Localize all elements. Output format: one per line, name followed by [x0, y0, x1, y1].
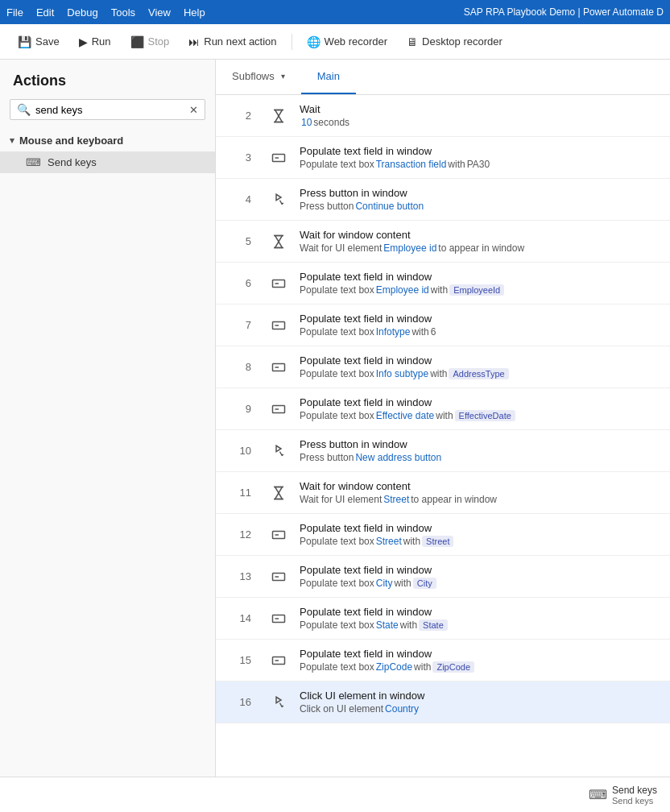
table-row[interactable]: 9 Populate text field in windowPopulate … [216, 388, 670, 430]
step-text: with [436, 410, 453, 421]
table-row[interactable]: 15 Populate text field in windowPopulate… [216, 640, 670, 682]
step-link: New address button [355, 452, 441, 463]
step-title: Populate text field in window [300, 354, 664, 367]
search-box[interactable]: 🔍 ✕ [10, 99, 205, 120]
step-desc: Wait for UI element Employee id to appea… [300, 242, 664, 254]
step-title: Populate text field in window [300, 313, 664, 325]
stop-label: Stop [148, 35, 170, 48]
step-desc: Wait for UI element Street to appear in … [300, 494, 664, 505]
menu-view[interactable]: View [148, 6, 171, 19]
send-keys-status-sub: Send keys [612, 796, 657, 806]
textbox-icon [271, 359, 287, 375]
step-desc: Populate text box Effective date with Ef… [300, 410, 664, 421]
save-label: Save [35, 35, 60, 48]
step-text: Click on UI element [300, 703, 383, 715]
clear-icon[interactable]: ✕ [189, 104, 198, 116]
sidebar-category-label: Mouse and keyboard [19, 135, 123, 147]
run-next-button[interactable]: ⏭ Run next action [180, 31, 284, 52]
step-text: Press button [300, 201, 354, 212]
step-title: Wait [300, 103, 664, 115]
table-row[interactable]: 11 Wait for window contentWait for UI el… [216, 472, 670, 514]
table-row[interactable]: 4 Press button in windowPress button Con… [216, 179, 670, 221]
step-text: Press button [300, 452, 354, 463]
step-number: 14 [216, 612, 264, 624]
table-row[interactable]: 6 Populate text field in windowPopulate … [216, 263, 670, 304]
step-text: Populate text box [300, 284, 374, 296]
step-text: with [403, 536, 420, 547]
step-content: Press button in windowPress button New a… [293, 437, 670, 465]
step-text: Populate text box [300, 326, 374, 338]
step-content: Press button in windowPress button Conti… [293, 185, 670, 213]
run-next-icon: ⏭ [188, 35, 200, 48]
step-link: 10 [301, 117, 312, 128]
step-number: 10 [216, 445, 264, 457]
sidebar-item-send-keys[interactable]: ⌨ Send keys [0, 151, 215, 173]
sidebar-title: Actions [0, 60, 215, 99]
search-input[interactable] [35, 104, 189, 116]
step-icon-col [264, 108, 293, 124]
step-content: Populate text field in windowPopulate te… [293, 520, 670, 549]
step-desc: Populate text box Employee id with Emplo… [300, 284, 664, 296]
step-icon-col [264, 359, 293, 375]
keyboard-icon: ⌨ [26, 156, 41, 168]
table-row[interactable]: 12 Populate text field in windowPopulate… [216, 514, 670, 556]
save-icon: 💾 [18, 35, 31, 48]
step-title: Click UI element in window [300, 690, 664, 702]
textbox-icon [271, 317, 287, 334]
step-variable: EffectiveDate [455, 410, 515, 421]
step-link: State [376, 619, 399, 631]
menu-edit[interactable]: Edit [36, 6, 54, 19]
tab-main[interactable]: Main [301, 60, 356, 94]
table-row[interactable]: 5 Wait for window contentWait for UI ele… [216, 221, 670, 263]
table-row[interactable]: 8 Populate text field in windowPopulate … [216, 346, 670, 388]
collapse-icon: ▾ [10, 135, 14, 146]
app-title: SAP RPA Playbook Demo | Power Automate D [464, 6, 664, 18]
table-row[interactable]: 16 Click UI element in windowClick on UI… [216, 682, 670, 723]
hourglass-icon [271, 108, 287, 124]
menu-tools[interactable]: Tools [111, 6, 135, 19]
stop-icon: ⬛ [130, 35, 144, 48]
step-desc: Click on UI element Country [300, 703, 664, 715]
click-button-icon [271, 694, 287, 710]
tab-subflows[interactable]: Subflows ▾ [216, 60, 301, 94]
step-desc: Populate text box Infotype with 6 [300, 326, 664, 338]
step-text: Populate text box [300, 619, 374, 631]
main-layout: Actions 🔍 ✕ ▾ Mouse and keyboard ⌨ Send … [0, 60, 670, 777]
step-title: Press button in window [300, 187, 664, 199]
table-row[interactable]: 10 Press button in windowPress button Ne… [216, 430, 670, 472]
step-title: Populate text field in window [300, 648, 664, 660]
table-row[interactable]: 3 Populate text field in windowPopulate … [216, 137, 670, 179]
run-button[interactable]: ▶ Run [71, 31, 119, 52]
step-number: 16 [216, 696, 264, 708]
table-row[interactable]: 14 Populate text field in windowPopulate… [216, 598, 670, 640]
menu-debug[interactable]: Debug [67, 6, 97, 19]
menu-help[interactable]: Help [184, 6, 205, 19]
step-icon-col [264, 150, 293, 166]
step-number: 3 [216, 151, 264, 164]
step-icon-col [264, 317, 293, 334]
desktop-recorder-icon: 🖥 [407, 35, 418, 48]
step-content: Populate text field in windowPopulate te… [293, 269, 670, 297]
tabs-bar: Subflows ▾ Main [216, 60, 670, 95]
step-title: Press button in window [300, 438, 664, 450]
step-text: Populate text box [300, 159, 374, 170]
web-recorder-icon: 🌐 [307, 35, 321, 48]
stop-button[interactable]: ⬛ Stop [122, 31, 178, 52]
step-text: Populate text box [300, 536, 374, 547]
step-title: Wait for window content [300, 480, 664, 492]
step-text: to appear in window [411, 494, 497, 505]
table-row[interactable]: 7 Populate text field in windowPopulate … [216, 304, 670, 346]
sidebar-category-mouse-keyboard[interactable]: ▾ Mouse and keyboard [0, 130, 215, 151]
table-row[interactable]: 13 Populate text field in windowPopulate… [216, 556, 670, 598]
menu-file[interactable]: File [6, 6, 23, 19]
step-content: Wait for window contentWait for UI eleme… [293, 478, 670, 507]
status-bar: ⌨ Send keys Send keys [0, 777, 670, 812]
textbox-icon [271, 652, 287, 669]
content-area: Subflows ▾ Main 2 Wait 10 seconds3 Popul… [216, 60, 670, 777]
desktop-recorder-button[interactable]: 🖥 Desktop recorder [399, 31, 511, 52]
run-label: Run [92, 35, 111, 48]
step-text: with [430, 368, 447, 379]
web-recorder-button[interactable]: 🌐 Web recorder [299, 31, 396, 52]
save-button[interactable]: 💾 Save [10, 31, 68, 52]
table-row[interactable]: 2 Wait 10 seconds [216, 95, 670, 137]
